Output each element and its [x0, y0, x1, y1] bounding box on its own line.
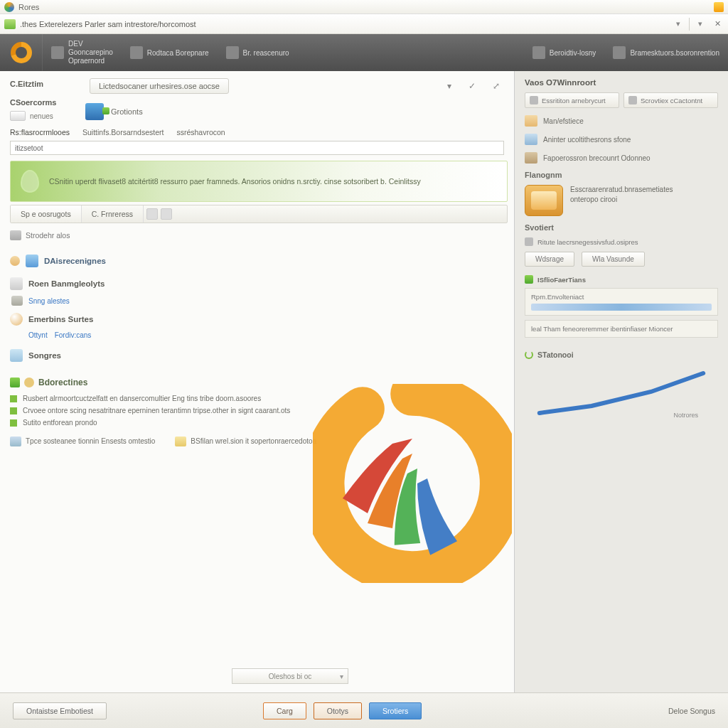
cmd-item3[interactable]: Br. reascenuro	[218, 46, 298, 59]
close-icon[interactable]: ✕	[711, 19, 724, 28]
gear-icon	[226, 46, 239, 59]
footer-btn-options[interactable]: Ototys	[314, 702, 362, 719]
subbar-icon2[interactable]	[161, 208, 172, 220]
tab-a[interactable]: Rs:flasrocrmlooes	[10, 128, 70, 136]
cat3-title: Songres	[28, 351, 61, 360]
cmd-item2[interactable]: Rodtaca Borepnare	[122, 46, 218, 59]
rp-feature[interactable]: Esscraarenratud.bnrasemetiates onteropo …	[525, 185, 718, 216]
folder-icon	[525, 115, 537, 127]
footer-btn-1[interactable]: Ontaistse Embotiest	[13, 702, 107, 719]
cmd-new-line1: DEV	[68, 40, 113, 48]
side-panel-title: Vaos O7Winnroort	[525, 78, 718, 87]
app-logo-button[interactable]	[0, 34, 43, 71]
expand-icon[interactable]: ⤢	[488, 81, 504, 91]
breadcrumb-text: Strodehr alos	[26, 231, 70, 240]
side-panel: Vaos O7Winnroort Essrititon arnebrycurt …	[515, 71, 728, 692]
rp-link-1[interactable]: Rpm.Envolteniact	[525, 288, 718, 316]
side-item[interactable]: nenues	[10, 111, 75, 121]
side-title: CSoercorms	[10, 98, 75, 107]
status-badge-icon	[21, 170, 39, 193]
feature-line2: onteropo cirooi	[570, 195, 673, 205]
rp-button-2[interactable]: Wla Vasunde	[582, 252, 645, 267]
history-dropdown-icon[interactable]: ▾	[694, 19, 707, 28]
detections-title: Bdorectines	[38, 378, 87, 387]
category-title: DAisrecenignes	[44, 257, 106, 265]
cmd-right2-label: Bramesktuors.bsoronrention	[630, 49, 719, 57]
list-icon	[130, 46, 143, 59]
circle-amber-icon	[24, 378, 34, 387]
rp-section-title: Svotiert	[525, 223, 718, 232]
sub-tabs: Rs:flasrocrmlooes Suittinfs.Borsarndsest…	[10, 128, 504, 136]
chart-label: Notrores	[673, 412, 698, 419]
subbar-btn1[interactable]: Sp e oosrugots	[11, 205, 82, 223]
footer-btn-cancel[interactable]: Carg	[263, 702, 306, 719]
cmd-right1-label: Beroidtiv-losny	[550, 49, 596, 57]
detection-line-2: Crvoee ontore scing nesatritnare epernin…	[10, 407, 504, 414]
address-path[interactable]: .thes Exterelezers Parler sam intrestore…	[20, 20, 668, 28]
tab-icon	[530, 96, 538, 105]
subbar-icon1[interactable]	[146, 208, 158, 220]
detection-footer-2[interactable]: BSfilan wrel.sion it sopertonraercedotoa	[175, 437, 316, 446]
export-icon	[10, 437, 21, 446]
rp-link-2[interactable]: leal Tham feneoreremmer ibentinfiaser Mi…	[525, 320, 718, 338]
detection-footer-1[interactable]: Tpce sosteanee tionnin Ensests omtestio	[10, 437, 155, 446]
tab-c[interactable]: ssréshavrocon	[176, 128, 225, 136]
rp-section-row[interactable]: Ritute laecrsnegessivsfud.osipres	[525, 237, 718, 246]
category-header[interactable]: DAisrecenignes	[10, 255, 504, 267]
category-item-2-links: Ottynt Fordiv:cans	[28, 331, 504, 339]
notification-icon[interactable]	[714, 2, 724, 12]
cmd-new[interactable]: DEV Gooncarepino Opraernord	[43, 40, 122, 65]
chevron-down-icon[interactable]: ▾	[443, 81, 456, 91]
cat1-link[interactable]: Snng alestes	[28, 297, 70, 305]
feature-line1: Esscraarenratud.bnrasemetiates	[570, 185, 673, 195]
rp-button-1[interactable]: Wdsrage	[525, 252, 574, 267]
doc-icon	[525, 134, 537, 145]
cat2-title: Emerbins Surtes	[28, 315, 93, 323]
status-message: CSnitin uperdt flivaset8 atcitértit8 res…	[49, 177, 421, 186]
cmd-item2-label: Rodtaca Borepnare	[147, 49, 209, 57]
bottom-dropdown[interactable]: Oleshos bi oc	[232, 668, 348, 684]
sub-toolbar: Sp e oosrugots C. Frnreress	[10, 205, 508, 223]
rp-panel-head: ISflioFaerTians	[525, 275, 718, 284]
check-icon[interactable]: ✓	[464, 81, 480, 91]
footer-btn-primary[interactable]: Srotiers	[369, 702, 422, 719]
cat2-link2[interactable]: Fordiv:cans	[55, 331, 92, 339]
shield-icon	[85, 103, 104, 120]
refresh-icon	[532, 46, 545, 59]
category-item-2[interactable]: Emerbins Surtes	[10, 313, 504, 326]
rp-list-item-3[interactable]: Fapoerossron brecounrt Odonneo	[525, 152, 718, 164]
globe-icon	[10, 313, 23, 326]
category-item-3[interactable]: Songres	[10, 349, 504, 362]
chip-icon	[10, 111, 26, 121]
detection-line-3: Sutito entforean prondo	[10, 419, 504, 427]
grid-icon	[10, 230, 21, 240]
detections-section: Bdorectines Rusbert alrmoortcuctzelfatt …	[10, 378, 504, 446]
doc-icon	[10, 277, 23, 290]
shield-label: Grotionts	[111, 107, 143, 116]
footer-bar: Ontaistse Embotiest Carg Ototys Srotiers…	[0, 692, 728, 728]
category-item-1[interactable]: Roen Banmgleolyts	[10, 277, 504, 290]
side-item-label: nenues	[30, 112, 53, 120]
shield-small-icon	[26, 255, 38, 267]
titlebar-text: Rores	[18, 3, 39, 11]
filter-pill[interactable]: Lictedsocaner urhesires.ose aocse	[90, 78, 229, 94]
rp-tab-2[interactable]: Scrovtiex cCactontnt	[623, 92, 718, 108]
cat2-link1[interactable]: Ottynt	[28, 331, 48, 339]
bottom-dropdown-label: Oleshos bi oc	[269, 673, 312, 680]
rp-list-item-1[interactable]: Man/efstiece	[525, 115, 718, 127]
cat1-title: Roen Banmgleolyts	[28, 279, 105, 288]
archive-icon	[525, 152, 537, 164]
left-heading: C.Eitztim	[10, 80, 81, 88]
spinner-icon	[525, 350, 533, 359]
footer-link[interactable]: Deloe Songus	[668, 707, 715, 715]
tab-b[interactable]: Suittinfs.Borsarndsestert	[82, 128, 164, 136]
cmd-right1[interactable]: Beroidtiv-losny	[524, 46, 605, 59]
search-input[interactable]	[10, 141, 504, 155]
stats-chart: Notrores	[525, 368, 718, 417]
subbar-btn2[interactable]: C. Frnreress	[82, 205, 144, 223]
rp-list-item-2[interactable]: Aninter ucoltithesrons sfone	[525, 134, 718, 145]
rp-tab-1[interactable]: Essrititon arnebrycurt	[525, 92, 619, 108]
cmd-right2[interactable]: Bramesktuors.bsoronrention	[604, 46, 728, 59]
window-icon	[10, 349, 23, 362]
address-dropdown-icon[interactable]: ▾	[672, 19, 685, 28]
